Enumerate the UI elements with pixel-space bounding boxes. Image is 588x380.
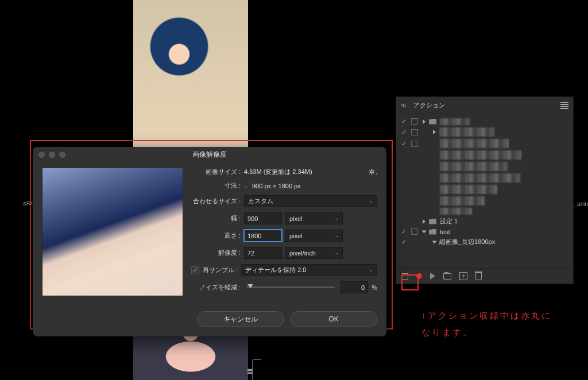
new-action-icon[interactable]: + <box>459 272 467 280</box>
annotation-text: ↑アクション収録中は赤丸に なります。 <box>421 308 571 340</box>
height-unit-select[interactable]: pixel⌄ <box>285 230 343 242</box>
annotation-line2: なります。 <box>421 324 571 341</box>
chevron-down-icon: ⌄ <box>369 199 373 204</box>
action-label: 設定 1 <box>440 217 458 226</box>
action-label: test <box>440 228 450 235</box>
label-image-size: 画像サイズ : <box>191 168 241 176</box>
fit-to-select[interactable]: カスタム ⌄ <box>244 195 377 207</box>
width-input[interactable]: 900 <box>244 212 282 224</box>
action-row[interactable] <box>396 207 573 216</box>
collapse-icon[interactable]: << <box>401 102 405 108</box>
image-size-dialog: 画像解像度 画像サイズ : 4.63M (変更前は 2.34M) ✲. 寸法 :… <box>33 147 386 336</box>
dialog-title: 画像解像度 <box>33 150 386 160</box>
actions-panel: << アクション ✓ ✓ ✓ 設定 1 ✓test ✓縦画像_長辺1800px … <box>396 96 574 284</box>
action-row[interactable] <box>396 195 573 207</box>
canvas-image-top <box>133 0 248 155</box>
play-button-icon[interactable] <box>430 273 435 280</box>
actions-footer: + <box>396 268 573 284</box>
annotation-line1: ↑アクション収録中は赤丸に <box>421 308 571 324</box>
width-unit-select[interactable]: pixel⌄ <box>285 212 343 224</box>
action-row[interactable] <box>396 149 573 161</box>
value-image-size: 4.63M (変更前は 2.34M) <box>244 168 312 176</box>
new-set-icon[interactable] <box>443 273 451 280</box>
actions-list: ✓ ✓ ✓ 設定 1 ✓test ✓縦画像_長辺1800px <box>396 114 573 268</box>
label-resolution: 解像度 : <box>191 249 241 257</box>
slider-thumb-icon[interactable] <box>247 284 253 288</box>
action-row[interactable]: ✓ <box>396 126 573 138</box>
noise-input[interactable]: 0 <box>341 281 368 293</box>
dialog-form: 画像サイズ : 4.63M (変更前は 2.34M) ✲. 寸法 : ⌄ 900… <box>191 168 377 296</box>
fit-to-value: カスタム <box>248 197 273 205</box>
resolution-unit-select[interactable]: pixel/inch⌄ <box>285 247 343 259</box>
ok-button[interactable]: OK <box>290 311 377 327</box>
noise-slider[interactable] <box>246 286 335 288</box>
action-row[interactable] <box>396 184 573 195</box>
action-row[interactable]: ✓ <box>396 117 573 126</box>
label-fit-to: 合わせるサイズ : <box>191 197 241 205</box>
chevron-down-icon[interactable]: ⌄ <box>244 183 249 189</box>
delete-icon[interactable] <box>475 273 482 280</box>
label-noise: ノイズを軽減 : <box>191 283 241 292</box>
value-dimensions: 900 px × 1800 px <box>252 183 301 189</box>
link-constrain-icon[interactable]: 𝌆 <box>247 367 253 375</box>
label-resample: 再サンプル : <box>203 266 238 274</box>
action-row[interactable] <box>396 161 573 172</box>
resolution-input[interactable]: 72 <box>244 247 282 259</box>
resample-method-value: ディテールを保持 2.0 <box>245 266 306 274</box>
record-highlight-box <box>401 274 419 290</box>
actions-panel-header: << アクション <box>396 97 573 114</box>
action-set-settings1[interactable]: 設定 1 <box>396 216 573 227</box>
label-width: 幅 : <box>199 214 241 223</box>
actions-panel-title[interactable]: アクション <box>409 99 450 111</box>
label-dimensions: 寸法 : <box>191 181 241 190</box>
image-preview <box>42 168 183 296</box>
panel-menu-icon[interactable] <box>560 100 568 111</box>
action-row[interactable] <box>396 172 573 184</box>
cancel-button[interactable]: キャンセル <box>197 311 284 327</box>
label-height: 高さ : <box>199 231 241 240</box>
height-input[interactable]: 1800 <box>244 230 282 242</box>
action-portrait1800[interactable]: ✓縦画像_長辺1800px <box>396 236 573 247</box>
gear-icon[interactable]: ✲. <box>369 168 377 176</box>
resample-checkbox[interactable]: ✓ <box>191 266 199 274</box>
resample-method-select[interactable]: ディテールを保持 2.0 ⌄ <box>241 264 377 276</box>
noise-unit: % <box>372 284 377 291</box>
chevron-down-icon: ⌄ <box>369 267 373 273</box>
action-row[interactable]: ✓ <box>396 138 573 149</box>
action-set-test[interactable]: ✓test <box>396 227 573 236</box>
dialog-titlebar: 画像解像度 <box>33 147 386 162</box>
link-bracket <box>252 359 261 380</box>
action-label: 縦画像_長辺1800px <box>439 238 495 246</box>
dialog-buttons: キャンセル OK <box>33 305 386 336</box>
